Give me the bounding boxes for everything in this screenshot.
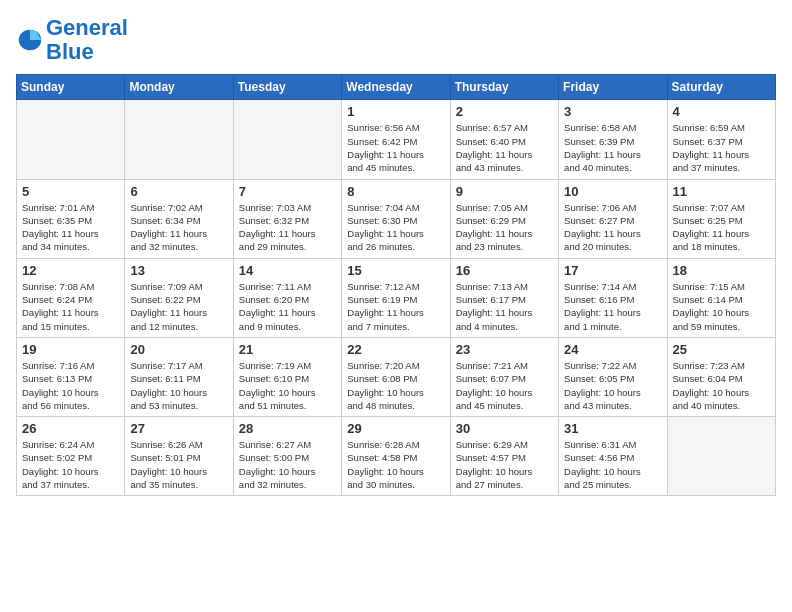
day-number: 8 [347, 184, 444, 199]
calendar-cell: 5Sunrise: 7:01 AM Sunset: 6:35 PM Daylig… [17, 179, 125, 258]
calendar-cell [667, 417, 775, 496]
day-info: Sunrise: 6:26 AM Sunset: 5:01 PM Dayligh… [130, 438, 227, 491]
calendar-cell: 25Sunrise: 7:23 AM Sunset: 6:04 PM Dayli… [667, 337, 775, 416]
calendar-week-5: 26Sunrise: 6:24 AM Sunset: 5:02 PM Dayli… [17, 417, 776, 496]
page-header: General Blue [16, 16, 776, 64]
calendar-cell [125, 100, 233, 179]
day-info: Sunrise: 7:23 AM Sunset: 6:04 PM Dayligh… [673, 359, 770, 412]
weekday-header-wednesday: Wednesday [342, 75, 450, 100]
day-number: 13 [130, 263, 227, 278]
day-info: Sunrise: 7:19 AM Sunset: 6:10 PM Dayligh… [239, 359, 336, 412]
calendar-cell: 19Sunrise: 7:16 AM Sunset: 6:13 PM Dayli… [17, 337, 125, 416]
calendar-cell: 31Sunrise: 6:31 AM Sunset: 4:56 PM Dayli… [559, 417, 667, 496]
logo: General Blue [16, 16, 128, 64]
day-number: 3 [564, 104, 661, 119]
calendar-table: SundayMondayTuesdayWednesdayThursdayFrid… [16, 74, 776, 496]
calendar-cell: 18Sunrise: 7:15 AM Sunset: 6:14 PM Dayli… [667, 258, 775, 337]
weekday-header-sunday: Sunday [17, 75, 125, 100]
calendar-cell: 9Sunrise: 7:05 AM Sunset: 6:29 PM Daylig… [450, 179, 558, 258]
calendar-cell: 21Sunrise: 7:19 AM Sunset: 6:10 PM Dayli… [233, 337, 341, 416]
calendar-cell: 20Sunrise: 7:17 AM Sunset: 6:11 PM Dayli… [125, 337, 233, 416]
calendar-cell: 1Sunrise: 6:56 AM Sunset: 6:42 PM Daylig… [342, 100, 450, 179]
calendar-cell: 27Sunrise: 6:26 AM Sunset: 5:01 PM Dayli… [125, 417, 233, 496]
day-info: Sunrise: 6:31 AM Sunset: 4:56 PM Dayligh… [564, 438, 661, 491]
day-number: 31 [564, 421, 661, 436]
day-number: 14 [239, 263, 336, 278]
day-info: Sunrise: 6:27 AM Sunset: 5:00 PM Dayligh… [239, 438, 336, 491]
weekday-header-row: SundayMondayTuesdayWednesdayThursdayFrid… [17, 75, 776, 100]
day-info: Sunrise: 6:58 AM Sunset: 6:39 PM Dayligh… [564, 121, 661, 174]
day-number: 17 [564, 263, 661, 278]
calendar-cell: 16Sunrise: 7:13 AM Sunset: 6:17 PM Dayli… [450, 258, 558, 337]
weekday-header-thursday: Thursday [450, 75, 558, 100]
day-info: Sunrise: 6:59 AM Sunset: 6:37 PM Dayligh… [673, 121, 770, 174]
day-info: Sunrise: 7:07 AM Sunset: 6:25 PM Dayligh… [673, 201, 770, 254]
calendar-cell: 10Sunrise: 7:06 AM Sunset: 6:27 PM Dayli… [559, 179, 667, 258]
calendar-cell: 7Sunrise: 7:03 AM Sunset: 6:32 PM Daylig… [233, 179, 341, 258]
day-number: 21 [239, 342, 336, 357]
logo-text: General Blue [46, 16, 128, 64]
calendar-week-4: 19Sunrise: 7:16 AM Sunset: 6:13 PM Dayli… [17, 337, 776, 416]
day-number: 5 [22, 184, 119, 199]
day-info: Sunrise: 6:57 AM Sunset: 6:40 PM Dayligh… [456, 121, 553, 174]
day-info: Sunrise: 7:12 AM Sunset: 6:19 PM Dayligh… [347, 280, 444, 333]
day-number: 9 [456, 184, 553, 199]
day-number: 16 [456, 263, 553, 278]
calendar-cell: 23Sunrise: 7:21 AM Sunset: 6:07 PM Dayli… [450, 337, 558, 416]
calendar-cell: 28Sunrise: 6:27 AM Sunset: 5:00 PM Dayli… [233, 417, 341, 496]
day-number: 30 [456, 421, 553, 436]
weekday-header-tuesday: Tuesday [233, 75, 341, 100]
day-info: Sunrise: 7:21 AM Sunset: 6:07 PM Dayligh… [456, 359, 553, 412]
day-number: 18 [673, 263, 770, 278]
calendar-cell: 17Sunrise: 7:14 AM Sunset: 6:16 PM Dayli… [559, 258, 667, 337]
calendar-cell [17, 100, 125, 179]
calendar-cell: 24Sunrise: 7:22 AM Sunset: 6:05 PM Dayli… [559, 337, 667, 416]
day-info: Sunrise: 7:11 AM Sunset: 6:20 PM Dayligh… [239, 280, 336, 333]
day-number: 11 [673, 184, 770, 199]
day-number: 15 [347, 263, 444, 278]
day-info: Sunrise: 7:17 AM Sunset: 6:11 PM Dayligh… [130, 359, 227, 412]
calendar-cell: 26Sunrise: 6:24 AM Sunset: 5:02 PM Dayli… [17, 417, 125, 496]
day-info: Sunrise: 7:22 AM Sunset: 6:05 PM Dayligh… [564, 359, 661, 412]
day-info: Sunrise: 6:56 AM Sunset: 6:42 PM Dayligh… [347, 121, 444, 174]
day-info: Sunrise: 7:20 AM Sunset: 6:08 PM Dayligh… [347, 359, 444, 412]
day-number: 29 [347, 421, 444, 436]
calendar-cell: 22Sunrise: 7:20 AM Sunset: 6:08 PM Dayli… [342, 337, 450, 416]
day-info: Sunrise: 6:29 AM Sunset: 4:57 PM Dayligh… [456, 438, 553, 491]
calendar-cell: 13Sunrise: 7:09 AM Sunset: 6:22 PM Dayli… [125, 258, 233, 337]
calendar-cell: 30Sunrise: 6:29 AM Sunset: 4:57 PM Dayli… [450, 417, 558, 496]
day-number: 2 [456, 104, 553, 119]
day-info: Sunrise: 7:01 AM Sunset: 6:35 PM Dayligh… [22, 201, 119, 254]
calendar-cell: 12Sunrise: 7:08 AM Sunset: 6:24 PM Dayli… [17, 258, 125, 337]
day-number: 19 [22, 342, 119, 357]
day-number: 27 [130, 421, 227, 436]
day-info: Sunrise: 7:02 AM Sunset: 6:34 PM Dayligh… [130, 201, 227, 254]
day-info: Sunrise: 7:09 AM Sunset: 6:22 PM Dayligh… [130, 280, 227, 333]
calendar-cell: 3Sunrise: 6:58 AM Sunset: 6:39 PM Daylig… [559, 100, 667, 179]
day-info: Sunrise: 7:08 AM Sunset: 6:24 PM Dayligh… [22, 280, 119, 333]
day-info: Sunrise: 6:28 AM Sunset: 4:58 PM Dayligh… [347, 438, 444, 491]
weekday-header-saturday: Saturday [667, 75, 775, 100]
logo-icon [16, 26, 44, 54]
day-number: 12 [22, 263, 119, 278]
weekday-header-monday: Monday [125, 75, 233, 100]
day-info: Sunrise: 7:13 AM Sunset: 6:17 PM Dayligh… [456, 280, 553, 333]
day-info: Sunrise: 7:06 AM Sunset: 6:27 PM Dayligh… [564, 201, 661, 254]
day-number: 1 [347, 104, 444, 119]
calendar-cell: 11Sunrise: 7:07 AM Sunset: 6:25 PM Dayli… [667, 179, 775, 258]
day-info: Sunrise: 7:04 AM Sunset: 6:30 PM Dayligh… [347, 201, 444, 254]
weekday-header-friday: Friday [559, 75, 667, 100]
day-number: 28 [239, 421, 336, 436]
day-info: Sunrise: 7:16 AM Sunset: 6:13 PM Dayligh… [22, 359, 119, 412]
day-info: Sunrise: 7:05 AM Sunset: 6:29 PM Dayligh… [456, 201, 553, 254]
day-number: 24 [564, 342, 661, 357]
day-number: 26 [22, 421, 119, 436]
calendar-cell [233, 100, 341, 179]
day-info: Sunrise: 7:15 AM Sunset: 6:14 PM Dayligh… [673, 280, 770, 333]
day-number: 7 [239, 184, 336, 199]
calendar-week-2: 5Sunrise: 7:01 AM Sunset: 6:35 PM Daylig… [17, 179, 776, 258]
day-number: 4 [673, 104, 770, 119]
day-number: 25 [673, 342, 770, 357]
day-info: Sunrise: 7:03 AM Sunset: 6:32 PM Dayligh… [239, 201, 336, 254]
calendar-cell: 4Sunrise: 6:59 AM Sunset: 6:37 PM Daylig… [667, 100, 775, 179]
